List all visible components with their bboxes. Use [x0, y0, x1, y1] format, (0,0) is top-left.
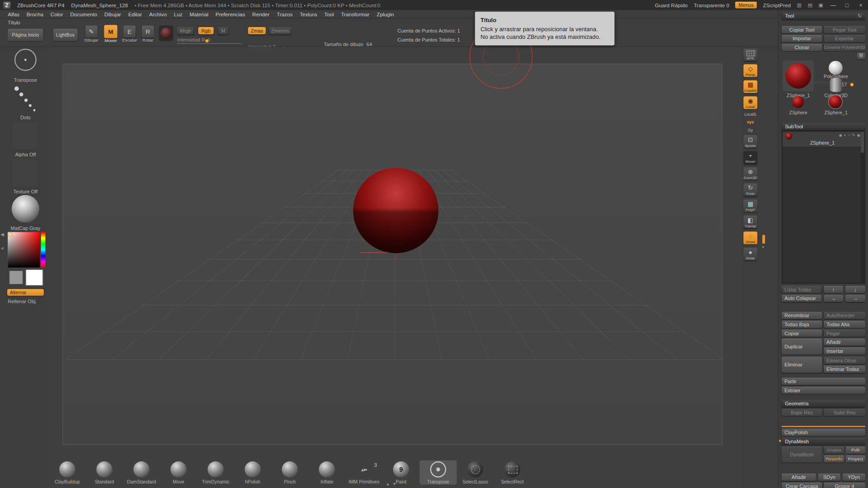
delete-all-button[interactable]: Eliminar Todas	[824, 366, 865, 373]
brush-paint-button[interactable]: 9Paint	[383, 460, 420, 485]
geometry-header[interactable]: Geometría	[782, 400, 865, 407]
brush-inflate-button[interactable]: Inflate	[308, 460, 345, 485]
texture-preview[interactable]	[12, 160, 39, 186]
menu-alfas[interactable]: Alfas	[8, 11, 19, 17]
claypolish-button[interactable]: ClayPolish	[782, 429, 865, 436]
dynamesh-button[interactable]: DynaMesh	[782, 446, 822, 463]
project-button[interactable]: Proyect	[846, 455, 865, 463]
menu-tool[interactable]: Tool	[324, 11, 334, 17]
list-all-button[interactable]: Listar Todas	[782, 286, 821, 293]
matcap-preview[interactable]	[12, 195, 39, 222]
polysphere-thumb[interactable]	[829, 61, 843, 75]
subtool-paste-button[interactable]: Pegar	[824, 329, 865, 337]
slider-handle[interactable]	[850, 83, 854, 87]
menu-documento[interactable]: Documento	[70, 11, 98, 17]
subtool-demote-button[interactable]: →	[845, 295, 865, 302]
main-color-swatch[interactable]	[25, 269, 43, 286]
home-page-button[interactable]: Página Inicio	[8, 29, 43, 41]
secondary-color-swatch[interactable]	[9, 270, 23, 285]
create-shell-button[interactable]: Crear Carcasa	[782, 483, 822, 488]
active-tool-thumb[interactable]	[783, 61, 814, 92]
menu-dibujar[interactable]: Dibujar	[104, 11, 121, 17]
polish-button[interactable]: Pulir	[846, 446, 865, 454]
right-shelf-cuadric-button[interactable]: ▦Cuadric	[743, 80, 757, 93]
switch-color-button[interactable]: Alternar	[7, 289, 44, 296]
all-low-button[interactable]: Todas Baja	[782, 321, 822, 328]
maximize-button[interactable]: □	[843, 2, 851, 8]
subtool-promote-button[interactable]: →	[824, 295, 843, 302]
subtool-down-button[interactable]: ↓	[845, 286, 865, 293]
delete-button[interactable]: Eliminar	[782, 357, 822, 373]
brush-selectrect-button[interactable]: SelectRect	[494, 460, 531, 485]
extract-button[interactable]: Extraer	[782, 387, 865, 394]
brush-damstandard-button[interactable]: DamStandard	[123, 460, 160, 485]
close-button[interactable]: ×	[857, 2, 865, 8]
zsphere1-thumb[interactable]	[829, 95, 842, 108]
subtool-item[interactable]: ◉ ◐ ○ ✎ ◉ ZSphere_1	[783, 132, 862, 147]
transpose-preview[interactable]	[14, 49, 37, 71]
right-shelf-polyf-button[interactable]: ▦PolyF	[743, 199, 757, 212]
scale-mode-button[interactable]: E Escalar	[121, 25, 138, 42]
right-shelf-bpr-button[interactable]: ▦BPR	[743, 49, 757, 61]
current-material-thumb[interactable]	[159, 25, 173, 41]
cylinder3d-thumb[interactable]	[830, 78, 842, 92]
dynamesh-subheader[interactable]: DynaMesh	[782, 437, 865, 445]
right-shelf-xyz-button[interactable]: xyz	[743, 120, 757, 125]
right-divider-arrow[interactable]: ▼	[761, 245, 765, 249]
right-shelf-mover-button[interactable]: +Mover	[743, 151, 757, 164]
right-shelf-transp-button[interactable]: ◧Transp	[743, 216, 757, 228]
brush-icon[interactable]: ✎	[852, 133, 855, 137]
right-shelf-local-button[interactable]: ◉Local	[743, 96, 757, 109]
visibility-icon[interactable]: ◉	[857, 133, 860, 137]
right-shelf-aislar-button[interactable]: ●Aislar	[743, 248, 757, 260]
subtool-header[interactable]: SubTool	[782, 123, 865, 130]
m-button[interactable]: M	[218, 27, 228, 34]
right-shelf-locals-button[interactable]: LocalS	[743, 113, 757, 117]
split-button[interactable]: Partir	[782, 378, 865, 385]
layout-icon[interactable]: ▤	[807, 2, 812, 8]
copy-tool-button[interactable]: Copiar Tool	[782, 26, 822, 33]
menu-textura[interactable]: Textura	[300, 11, 317, 17]
stroke-preview[interactable]	[12, 84, 39, 113]
make-polymesh-button[interactable]: Convertir PolyMesh3D	[824, 44, 865, 51]
menu-preferencias[interactable]: Preferencias	[215, 11, 245, 17]
thickness-slider[interactable]: Grosor 4	[824, 483, 865, 488]
left-divider-arrow[interactable]: ◀	[0, 232, 4, 237]
brush-immprimitives-button[interactable]: ▴●▪3IMM Primitives	[345, 460, 383, 485]
lightbox-button[interactable]: LightBox	[53, 29, 78, 41]
higher-res-button[interactable]: Subir Res	[824, 409, 865, 416]
zsub-button[interactable]: Zmenos	[269, 27, 291, 34]
menus-button[interactable]: Menus	[735, 2, 757, 9]
export-button[interactable]: Exportar	[824, 35, 865, 42]
right-shelf-persp-button[interactable]: ◇Persp	[743, 64, 757, 77]
shelf-tray-title[interactable]: Título	[8, 20, 20, 25]
r-button[interactable]: R	[857, 52, 865, 59]
brush-trimdynamic-button[interactable]: TrimDynamic	[197, 460, 234, 485]
canvas-scroll-handle[interactable]	[762, 235, 765, 244]
add-button[interactable]: Añadir	[782, 474, 816, 481]
right-shelf-ajustar-button[interactable]: ⊡Ajustar	[743, 135, 757, 148]
append-button[interactable]: Añadir	[824, 338, 865, 346]
slider-handle[interactable]	[205, 39, 210, 43]
color-picker-sv[interactable]	[8, 232, 40, 267]
alpha-preview[interactable]	[12, 122, 39, 149]
subtool-scrollbar[interactable]	[861, 132, 864, 284]
autoreorder-button[interactable]: AutoReorder	[824, 312, 865, 319]
delete-other-button[interactable]: Elimina Otras	[824, 357, 865, 364]
brush-standard-button[interactable]: Standard	[86, 460, 123, 485]
screen-config-icon[interactable]: ▥	[797, 2, 801, 8]
rotate-mode-button[interactable]: R Rotar	[139, 25, 157, 42]
eye-icon[interactable]: ◉	[839, 133, 842, 137]
auto-collapse-button[interactable]: Auto Colapsar	[782, 295, 821, 302]
paste-tool-button[interactable]: Pegar Tool	[824, 26, 865, 33]
lock-icon[interactable]: ▣	[818, 2, 823, 8]
brush-hpolish-button[interactable]: hPolish	[234, 460, 271, 485]
right-shelf-rotar-button[interactable]: ↻Rotar	[743, 183, 757, 196]
groups-button[interactable]: Grupos	[824, 446, 844, 454]
menu-material[interactable]: Material	[190, 11, 208, 17]
mrgb-button[interactable]: Mrgb	[177, 27, 194, 34]
right-shelf-ghost-button[interactable]: ◌Ghost	[743, 231, 757, 244]
clone-button[interactable]: Clonar	[782, 44, 822, 51]
fill-object-button[interactable]: Rellenar Obj.	[8, 299, 37, 304]
sdyn-button[interactable]: SDyn	[818, 474, 840, 481]
